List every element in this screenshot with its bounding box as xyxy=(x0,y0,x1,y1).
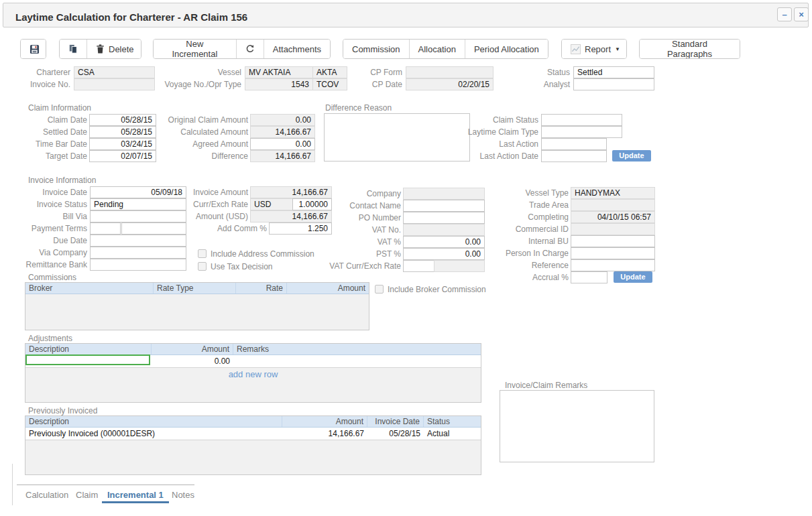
invoice-update-button[interactable]: Update xyxy=(614,271,652,283)
payment-terms-code-field[interactable] xyxy=(90,222,121,235)
include-address-commission-checkbox[interactable] xyxy=(198,249,207,258)
new-incremental-button[interactable]: New Incremental xyxy=(154,40,236,58)
target-date-label: Target Date xyxy=(15,150,87,162)
invoice-claim-remarks-textarea[interactable] xyxy=(500,390,654,462)
prev-invoiced-description-cell: Previously Invoiced (000001DESR) xyxy=(25,428,282,440)
copy-button[interactable] xyxy=(60,40,86,58)
adjustment-amount-cell[interactable]: 0.00 xyxy=(152,355,233,367)
delete-button[interactable]: Delete xyxy=(86,40,141,58)
prev-invoiced-date-cell: 05/28/15 xyxy=(367,428,424,440)
adjustment-remarks-cell[interactable] xyxy=(233,355,481,367)
status-field[interactable] xyxy=(573,66,654,78)
completing-field xyxy=(571,211,655,223)
save-button[interactable] xyxy=(21,40,46,58)
remittance-bank-label: Remittance Bank xyxy=(8,259,87,271)
prev-invoiced-amount-cell: 14,166.67 xyxy=(282,428,367,440)
close-button[interactable]: × xyxy=(794,7,809,21)
commission-button[interactable]: Commission xyxy=(343,40,409,58)
analyst-field[interactable] xyxy=(573,78,654,90)
analyst-label: Analyst xyxy=(510,78,570,90)
standard-paragraphs-button[interactable]: Standard Paragraphs xyxy=(640,40,740,58)
tab-divider-line xyxy=(17,485,194,485)
target-date-field[interactable] xyxy=(89,150,156,162)
original-claim-amount-field xyxy=(250,114,315,126)
adjustment-description-input[interactable] xyxy=(25,354,150,365)
previously-invoiced-row[interactable]: Previously Invoiced (000001DESR) 14,166.… xyxy=(25,428,481,440)
settled-date-field[interactable] xyxy=(89,126,156,138)
adjustments-col-amount: Amount xyxy=(152,344,233,354)
adjustments-title: Adjustments xyxy=(28,334,72,343)
claim-status-field[interactable] xyxy=(541,114,622,126)
time-bar-date-label: Time Bar Date xyxy=(15,138,87,150)
claim-date-field[interactable] xyxy=(89,114,156,126)
invoice-amount-label: Invoice Amount xyxy=(156,186,248,198)
charterer-label: Charterer xyxy=(17,66,70,78)
currency-field xyxy=(250,198,293,210)
tab-calculation[interactable]: Calculation xyxy=(25,490,68,500)
add-new-row-link[interactable]: add new row xyxy=(25,369,481,379)
use-tax-decision-label: Use Tax Decision xyxy=(211,262,272,271)
charterer-field xyxy=(74,66,155,78)
laytime-claim-type-label: Laytime Claim Type xyxy=(439,126,538,138)
voyage-no-label: Voyage No./Opr Type xyxy=(161,78,241,90)
payment-terms-label: Payment Terms xyxy=(8,222,87,235)
trade-area-field xyxy=(571,199,655,211)
delete-button-label: Delete xyxy=(109,44,134,54)
tab-incremental-1[interactable]: Incremental 1 xyxy=(102,490,169,503)
vat-no-label: VAT No. xyxy=(308,224,401,236)
reference-field[interactable] xyxy=(571,259,655,271)
calculated-amount-field xyxy=(250,126,315,138)
include-address-commission-label: Include Address Commission xyxy=(211,249,314,259)
po-number-label: PO Number xyxy=(308,212,401,224)
last-action-date-field[interactable] xyxy=(541,150,607,162)
tab-notes[interactable]: Notes xyxy=(172,490,194,500)
allocation-button[interactable]: Allocation xyxy=(409,40,465,58)
adjustments-col-remarks: Remarks xyxy=(233,344,481,354)
save-icon xyxy=(30,44,40,54)
original-claim-amount-label: Original Claim Amount xyxy=(156,114,248,126)
commissions-col-amount: Amount xyxy=(287,283,369,294)
report-button[interactable]: Report ▼ xyxy=(562,40,627,58)
vat-curr-exch-rate-label: VAT Curr/Exch Rate xyxy=(308,260,401,272)
period-allocation-button[interactable]: Period Allocation xyxy=(465,40,548,58)
previously-invoiced-table-header: Description Amount Invoice Date Status xyxy=(25,416,481,428)
status-label: Status xyxy=(510,66,570,78)
internal-bu-field[interactable] xyxy=(571,235,655,247)
prev-invoiced-col-invoice-date: Invoice Date xyxy=(367,416,424,427)
claim-update-button[interactable]: Update xyxy=(612,150,651,162)
difference-label: Difference xyxy=(156,150,248,162)
commissions-col-broker: Broker xyxy=(25,283,154,294)
panel-edge-line xyxy=(12,464,13,505)
vat-currency-field[interactable] xyxy=(403,260,434,272)
invoice-no-label: Invoice No. xyxy=(17,78,70,90)
due-date-label: Due Date xyxy=(8,235,87,247)
person-in-charge-label: Person In Charge xyxy=(469,247,569,259)
attachments-button[interactable]: Attachments xyxy=(264,40,330,58)
refresh-button[interactable] xyxy=(236,40,264,58)
laytime-claim-type-field[interactable] xyxy=(541,126,622,138)
remittance-bank-field[interactable] xyxy=(90,259,186,271)
last-action-field[interactable] xyxy=(541,138,607,150)
minimize-button[interactable]: – xyxy=(777,7,792,21)
tab-claim[interactable]: Claim xyxy=(76,490,98,500)
reference-label: Reference xyxy=(469,259,569,271)
agreed-amount-field[interactable] xyxy=(250,138,315,150)
due-date-field[interactable] xyxy=(90,235,186,247)
calculated-amount-label: Calculated Amount xyxy=(156,126,248,138)
time-bar-date-field[interactable] xyxy=(89,138,156,150)
commissions-table-header: Broker Rate Type Rate Amount xyxy=(25,283,369,294)
incremental-group: New Incremental Attachments xyxy=(153,39,331,59)
settled-date-label: Settled Date xyxy=(15,126,87,138)
opr-type-field xyxy=(312,78,347,90)
vessel-type-field xyxy=(571,187,655,199)
standard-paragraphs-group: Standard Paragraphs xyxy=(639,39,740,59)
internal-bu-label: Internal BU xyxy=(469,235,569,247)
include-broker-commission-checkbox[interactable] xyxy=(375,285,384,294)
accrual-pct-field[interactable] xyxy=(571,271,607,283)
use-tax-decision-checkbox[interactable] xyxy=(198,262,207,271)
via-company-field[interactable] xyxy=(90,247,186,259)
refresh-icon xyxy=(245,44,255,54)
report-button-label: Report xyxy=(585,44,611,54)
adjustments-table-header: Description Amount Remarks xyxy=(25,344,481,355)
person-in-charge-field[interactable] xyxy=(571,247,655,259)
